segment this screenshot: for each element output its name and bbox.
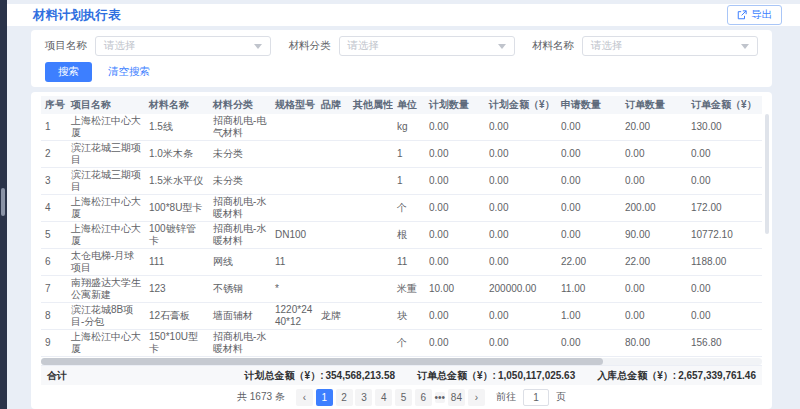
horizontal-scrollbar-thumb[interactable] <box>41 358 603 365</box>
table-header-row: 序号项目名称材料名称材料分类规格型号品牌其他属性单位计划数量计划金额（¥）申请数… <box>41 96 762 114</box>
page-button[interactable]: 4 <box>375 389 392 406</box>
summary-item: 入库总金额（¥）:2,657,339,761.46 <box>597 369 756 383</box>
material-name-select[interactable]: 请选择 <box>582 36 758 56</box>
table-cell: 招商机电-水暖材料 <box>209 195 271 222</box>
table-row[interactable]: 8滨江花城8B项目-分包12石膏板墙面辅材1220*2440*12龙牌块0.00… <box>41 303 762 330</box>
next-page-button[interactable]: › <box>468 389 485 406</box>
table-cell: 太仓电梯-月球项目 <box>67 249 145 276</box>
table-cell: 块 <box>393 303 425 330</box>
table-cell: 1220*2440*12 <box>271 303 317 330</box>
table-cell: 0.00 <box>485 168 557 195</box>
table-cell: 0.00 <box>687 276 762 303</box>
table-cell: 0.00 <box>485 195 557 222</box>
summary-label: 订单总金额（¥）: <box>417 370 496 381</box>
table-cell: 8 <box>41 303 67 330</box>
pagination-total-count: 共 1673 条 <box>237 390 285 404</box>
table-cell: 10772.10 <box>687 222 762 249</box>
table-cell: 11.00 <box>557 276 621 303</box>
vertical-scrollbar[interactable] <box>765 114 769 234</box>
prev-page-button[interactable]: ‹ <box>296 389 313 406</box>
table-cell <box>317 222 349 249</box>
project-name-label: 项目名称 <box>45 39 87 53</box>
material-category-placeholder: 请选择 <box>348 39 380 53</box>
page-buttons: 1 2 3 4 5 6 ••• 84 <box>316 389 465 406</box>
table-cell: 个 <box>393 195 425 222</box>
export-button[interactable]: 导出 <box>727 5 782 25</box>
table-row[interactable]: 5上海松江中心大厦100镀锌管卡招商机电-水暖材料DN100根0.000.000… <box>41 222 762 249</box>
table-cell: 1.5米水平仪 <box>145 168 209 195</box>
column-header: 项目名称 <box>67 96 145 114</box>
page-button[interactable]: 5 <box>395 389 412 406</box>
column-header: 品牌 <box>317 96 349 114</box>
horizontal-scrollbar[interactable] <box>41 358 762 365</box>
table-cell: 0.00 <box>425 141 485 168</box>
clear-search-button[interactable]: 清空搜索 <box>108 65 150 79</box>
table-cell: 0.00 <box>621 276 687 303</box>
table-cell: 0.00 <box>687 141 762 168</box>
table-cell <box>349 330 393 357</box>
page-button[interactable]: 6 <box>415 389 432 406</box>
table-cell: 招商机电-水暖材料 <box>209 222 271 249</box>
table-cell: 7 <box>41 276 67 303</box>
table-cell: 0.00 <box>485 249 557 276</box>
table-cell: 个 <box>393 330 425 357</box>
table-row[interactable]: 1上海松江中心大厦1.5线招商机电-电气材料kg0.000.000.0020.0… <box>41 114 762 141</box>
table-row[interactable]: 4上海松江中心大厦100*8U型卡招商机电-水暖材料个0.000.000.002… <box>41 195 762 222</box>
table-cell: 0.00 <box>425 249 485 276</box>
table-cell <box>349 303 393 330</box>
page-button[interactable]: 3 <box>355 389 372 406</box>
table-cell: 上海松江中心大厦 <box>67 114 145 141</box>
table-row[interactable]: 6太仓电梯-月球项目111网线11110.000.0022.0022.00118… <box>41 249 762 276</box>
filter-group-project: 项目名称 请选择 <box>45 36 271 56</box>
table-cell: 墙面辅材 <box>209 303 271 330</box>
table-cell: 156.80 <box>687 330 762 357</box>
table-cell: 滨江花城三期项目 <box>67 141 145 168</box>
search-button[interactable]: 搜索 <box>45 62 92 82</box>
table-cell <box>349 168 393 195</box>
sidebar-scroll-handle[interactable] <box>1 188 5 216</box>
summary-value: 2,657,339,761.46 <box>678 370 756 381</box>
table-cell: 1 <box>393 141 425 168</box>
filter-group-category: 材料分类 请选择 <box>289 36 515 56</box>
filter-group-material: 材料名称 请选择 <box>532 36 758 56</box>
table-cell: 0.00 <box>557 114 621 141</box>
table-cell: 150*10U型卡 <box>145 330 209 357</box>
table-cell: 1.0米木条 <box>145 141 209 168</box>
summary-value: 354,568,213.58 <box>326 370 396 381</box>
material-category-select[interactable]: 请选择 <box>339 36 515 56</box>
page-button[interactable]: 1 <box>316 389 333 406</box>
table-cell <box>317 276 349 303</box>
table-cell: 上海松江中心大厦 <box>67 195 145 222</box>
table-cell: 11 <box>393 249 425 276</box>
table-cell: 22.00 <box>621 249 687 276</box>
table-cell: 未分类 <box>209 168 271 195</box>
column-header: 材料分类 <box>209 96 271 114</box>
column-header: 序号 <box>41 96 67 114</box>
goto-page-input[interactable] <box>523 389 549 406</box>
table-cell: 4 <box>41 195 67 222</box>
main-area: 材料计划执行表 导出 项目名称 请选择 <box>7 0 800 409</box>
table-cell: 网线 <box>209 249 271 276</box>
table-cell: 0.00 <box>485 222 557 249</box>
table-cell: 南翔盛达大学生公寓新建 <box>67 276 145 303</box>
table-cell: 0.00 <box>425 330 485 357</box>
table-cell: 123 <box>145 276 209 303</box>
page-button[interactable]: 84 <box>448 389 465 406</box>
data-table-panel: 序号项目名称材料名称材料分类规格型号品牌其他属性单位计划数量计划金额（¥）申请数… <box>31 92 772 409</box>
column-header: 计划数量 <box>425 96 485 114</box>
pagination-bar: 共 1673 条 ‹ 1 2 3 4 5 6 ••• 84 › 前往 页 <box>41 385 762 409</box>
summary-item: 计划总金额（¥）:354,568,213.58 <box>245 369 395 383</box>
table-cell: 80.00 <box>621 330 687 357</box>
table-row[interactable]: 9上海松江中心大厦150*10U型卡招商机电-水暖材料个0.000.000.00… <box>41 330 762 357</box>
page-button[interactable]: 2 <box>336 389 353 406</box>
filter-panel: 项目名称 请选择 材料分类 请选择 材料名称 请选择 <box>31 30 772 87</box>
summary-label: 计划总金额（¥）: <box>245 370 324 381</box>
table-cell: 22.00 <box>557 249 621 276</box>
table-row[interactable]: 3滨江花城三期项目1.5米水平仪未分类10.000.000.000.000.00 <box>41 168 762 195</box>
table-row[interactable]: 2滨江花城三期项目1.0米木条未分类10.000.000.000.000.00 <box>41 141 762 168</box>
table-cell: 1.5线 <box>145 114 209 141</box>
project-name-select[interactable]: 请选择 <box>95 36 271 56</box>
table-cell <box>349 249 393 276</box>
material-name-label: 材料名称 <box>532 39 574 53</box>
table-row[interactable]: 7南翔盛达大学生公寓新建123不锈钢*米重10.00200000.0011.00… <box>41 276 762 303</box>
